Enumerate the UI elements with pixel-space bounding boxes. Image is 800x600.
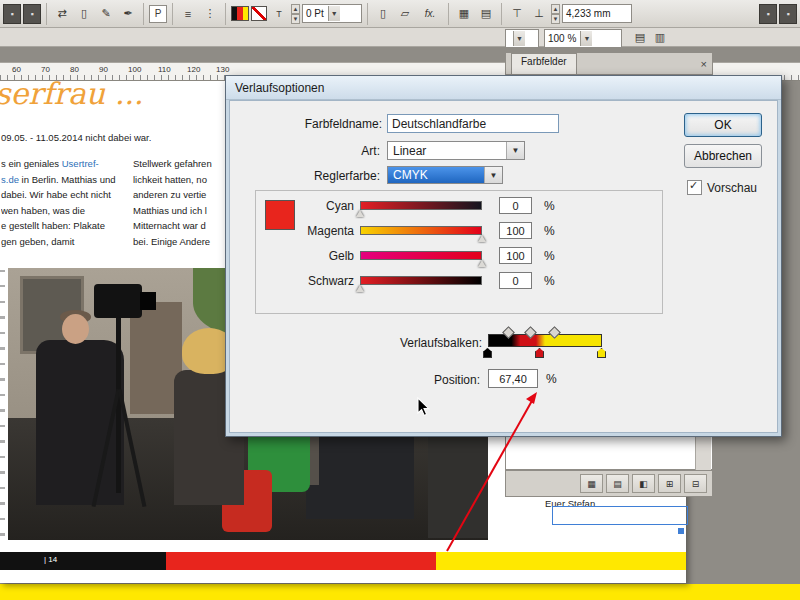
selected-text-frame[interactable] (552, 506, 688, 525)
dimension-field[interactable]: 4,233 mm (562, 4, 632, 23)
gradient-stop-red-selected[interactable] (535, 348, 544, 358)
bottom-yellow-bar (0, 584, 800, 600)
position-value-field[interactable]: 67,40 (488, 369, 538, 388)
text-line: s.de in Berlin. Matthias und (1, 172, 130, 188)
cyan-unit: % (544, 199, 555, 213)
schwarz-unit: % (544, 274, 555, 288)
chevron-down-icon[interactable]: ▼ (506, 142, 524, 159)
zoom-level-combo[interactable]: 100 % ▼ (544, 29, 622, 48)
cyan-slider-track[interactable] (360, 201, 482, 210)
text-format-icon[interactable]: T (269, 4, 289, 24)
gradient-type-dropdown[interactable]: Linear ▼ (387, 141, 525, 160)
gelb-value-field[interactable]: 100 (499, 247, 532, 264)
align-icon[interactable]: ≡ (178, 4, 198, 24)
delete-swatch-button[interactable]: ⊟ (684, 474, 707, 493)
cyan-slider-handle[interactable] (356, 210, 364, 217)
position-unit: % (546, 372, 557, 386)
toolbar-separator (143, 3, 144, 25)
stroke-none-swatch[interactable] (251, 6, 267, 21)
view-mode-combo[interactable]: ▼ (505, 29, 539, 48)
schwarz-value-field[interactable]: 0 (499, 272, 532, 289)
structure-icon[interactable]: ▤ (630, 27, 650, 47)
swatches-panel-tab[interactable]: Farbfelder (511, 53, 577, 74)
stroke-weight-combo[interactable]: 0 Pt ▼ (302, 4, 362, 23)
dimension-stepper[interactable]: ▲▼ (551, 4, 560, 24)
pages-icon[interactable]: ▥ (650, 27, 670, 47)
pencil-icon[interactable]: ✎ (96, 4, 116, 24)
dialog-title: Verlaufsoptionen (235, 81, 324, 95)
dock-icon[interactable]: ▪ (23, 4, 41, 24)
gelb-slider-row: Gelb 100 % (266, 246, 646, 266)
chevron-down-icon[interactable]: ▼ (580, 31, 592, 46)
object-icon-2[interactable]: ▱ (395, 4, 415, 24)
table-cell-icon[interactable]: ▤ (476, 4, 496, 24)
ruler-tick: 120 (187, 65, 200, 74)
effects-button[interactable]: fx. (417, 4, 443, 24)
cyan-label: Cyan (266, 199, 354, 213)
ruler-tick: 100 (128, 65, 141, 74)
fill-color-swatch[interactable] (231, 6, 249, 21)
object-icon[interactable]: ▯ (373, 4, 393, 24)
document-heading[interactable]: serfrau ... (0, 76, 143, 111)
gradient-type-value: Linear (393, 144, 426, 158)
cancel-button[interactable]: Abbrechen (684, 144, 762, 168)
panel-dock-icon[interactable]: ▪ (779, 4, 797, 24)
show-color-swatches-button[interactable]: ▤ (606, 474, 629, 493)
zoom-value: 100 % (548, 33, 576, 44)
close-icon[interactable]: × (701, 54, 707, 74)
paragraph-style-icon[interactable]: P (149, 5, 167, 23)
show-all-swatches-button[interactable]: ▦ (580, 474, 603, 493)
control-toolbar: ▪ ▪ ⇄ ▯ ✎ ✒ P ≡ ⋮ T ▲▼ 0 Pt ▼ ▯ ▱ fx. ▦ … (0, 0, 800, 28)
swatches-panel-header[interactable]: Farbfelder × (505, 52, 713, 75)
document-subheading[interactable]: 09.05. - 11.05.2014 nicht dabei war. (1, 132, 151, 143)
chevron-down-icon[interactable]: ▼ (484, 167, 502, 183)
gelb-slider-handle[interactable] (478, 260, 486, 267)
swap-arrows-icon[interactable]: ⇄ (52, 4, 72, 24)
swatch-name-label: Farbfeldname: (285, 117, 382, 131)
gelb-slider-track[interactable] (360, 251, 482, 260)
align-bottom-icon[interactable]: ⊥ (529, 4, 549, 24)
text-column-right[interactable]: Stellwerk gefahren lichkeit hatten, no a… (133, 156, 226, 249)
magenta-value-field[interactable]: 100 (499, 222, 532, 239)
schwarz-slider-track[interactable] (360, 276, 482, 285)
dock-icon[interactable]: ▪ (3, 4, 21, 24)
page-number-marker: | 14 (44, 555, 57, 564)
pen-icon[interactable]: ✒ (118, 4, 138, 24)
chevron-down-icon[interactable]: ▼ (328, 6, 340, 21)
chevron-down-icon[interactable]: ▼ (513, 31, 525, 46)
link-text: Usertref- (62, 158, 99, 169)
dialog-titlebar[interactable]: Verlaufsoptionen (226, 76, 781, 100)
distribute-icon[interactable]: ⋮ (200, 4, 220, 24)
page-icon[interactable]: ▯ (74, 4, 94, 24)
text-line: dabei. Wir habe echt nicht (1, 187, 130, 203)
preview-checkbox[interactable] (687, 180, 702, 195)
photo-camera (94, 284, 142, 318)
toolbar-separator (367, 3, 368, 25)
schwarz-slider-handle[interactable] (356, 285, 364, 292)
magenta-slider-track[interactable] (360, 226, 482, 235)
stroke-weight-stepper[interactable]: ▲▼ (291, 4, 300, 24)
secondary-toolbar: ▼ 100 % ▼ ▤ ▥ (0, 28, 800, 47)
dimension-value: 4,233 mm (566, 8, 610, 19)
text-line: Mitternacht war d (133, 218, 226, 234)
ruler-tick: 80 (70, 65, 79, 74)
show-gradient-swatches-button[interactable]: ◧ (632, 474, 655, 493)
text-column-left[interactable]: s ein geniales Usertref- s.de in Berlin.… (1, 156, 130, 249)
gradient-flag-bar[interactable] (0, 552, 686, 570)
new-swatch-button[interactable]: ⊞ (658, 474, 681, 493)
gradient-stop-yellow[interactable] (597, 348, 606, 358)
gradient-stop-black[interactable] (483, 348, 492, 358)
ok-button[interactable]: OK (684, 113, 762, 137)
align-top-icon[interactable]: ⊤ (507, 4, 527, 24)
frame-handle[interactable] (678, 528, 684, 534)
swatches-panel-footer: ▦ ▤ ◧ ⊞ ⊟ (505, 470, 713, 497)
stop-color-dropdown[interactable]: CMYK ▼ (387, 166, 503, 184)
swatch-name-input[interactable]: Deutschlandfarbe (387, 114, 559, 133)
magenta-slider-handle[interactable] (478, 235, 486, 242)
magenta-label: Magenta (266, 224, 354, 238)
table-grid-icon[interactable]: ▦ (454, 4, 474, 24)
stop-color-value: CMYK (393, 168, 428, 182)
preview-checkbox-row[interactable]: Vorschau (687, 180, 757, 195)
panel-dock-icon[interactable]: ▪ (759, 4, 777, 24)
cyan-value-field[interactable]: 0 (499, 197, 532, 214)
